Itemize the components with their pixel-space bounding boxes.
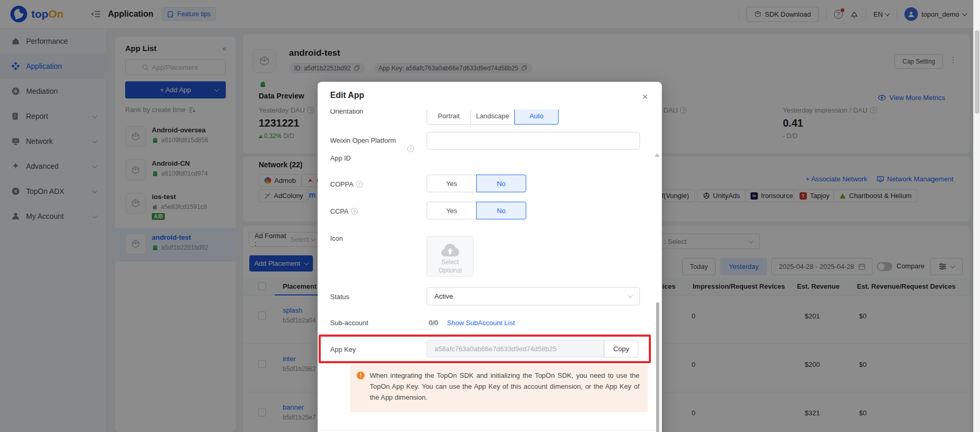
orientation-portrait-button[interactable]: Portrait (427, 109, 471, 125)
orientation-segmented-control: Portrait Landscape Auto (427, 109, 559, 125)
coppa-toggle-group: Yes No (427, 175, 526, 192)
chevron-down-icon (628, 293, 633, 298)
question-icon[interactable]: ? (351, 208, 358, 215)
weixin-app-id-input[interactable] (427, 132, 640, 150)
ccpa-no-button[interactable]: No (476, 202, 526, 219)
app-key-highlight-box (319, 335, 651, 363)
status-select[interactable]: Active (427, 287, 640, 305)
modal-scrollbar-thumb[interactable] (656, 302, 659, 432)
modal-footer-divider (318, 430, 662, 430)
question-icon[interactable]: ? (356, 181, 363, 188)
subaccount-label: Sub-account (330, 319, 368, 327)
coppa-no-button[interactable]: No (476, 175, 526, 192)
show-subaccount-link[interactable]: Show SubAccount List (447, 319, 515, 327)
close-icon[interactable]: ✕ (642, 92, 648, 102)
scroll-up-icon[interactable] (655, 153, 660, 157)
ccpa-label: CCPA? (330, 207, 358, 215)
orientation-label: Orientation (330, 109, 364, 115)
orientation-landscape-button[interactable]: Landscape (470, 109, 515, 125)
ccpa-yes-button[interactable]: Yes (427, 202, 477, 219)
icon-upload-box[interactable]: SelectOptional (427, 236, 474, 277)
modal-title: Edit App (330, 91, 364, 100)
app-key-warning: ! When integrating the TopOn SDK and ini… (350, 365, 648, 412)
coppa-yes-button[interactable]: Yes (427, 175, 477, 192)
icon-label: Icon (330, 234, 343, 242)
warning-icon: ! (357, 372, 365, 379)
orientation-auto-button[interactable]: Auto (514, 109, 559, 125)
question-icon[interactable]: ? (407, 145, 414, 152)
status-label: Status (330, 293, 349, 301)
page-scrollbar[interactable] (973, 0, 980, 432)
modal-body: Orientation Portrait Landscape Auto Weix… (318, 109, 662, 432)
weixin-label-line2: App ID (330, 154, 351, 162)
subaccount-value: 0/0 (429, 319, 438, 327)
ccpa-toggle-group: Yes No (427, 202, 526, 219)
coppa-label: COPPA? (330, 180, 363, 188)
cloud-upload-icon (440, 243, 461, 257)
weixin-label-line1: Weixin Open Platform (330, 137, 396, 144)
edit-app-modal: Edit App ✕ Orientation Portrait Landscap… (318, 82, 662, 432)
page-scrollbar-thumb[interactable] (975, 30, 979, 114)
page: topOn Application Feature tips SDK Downl… (0, 0, 980, 432)
